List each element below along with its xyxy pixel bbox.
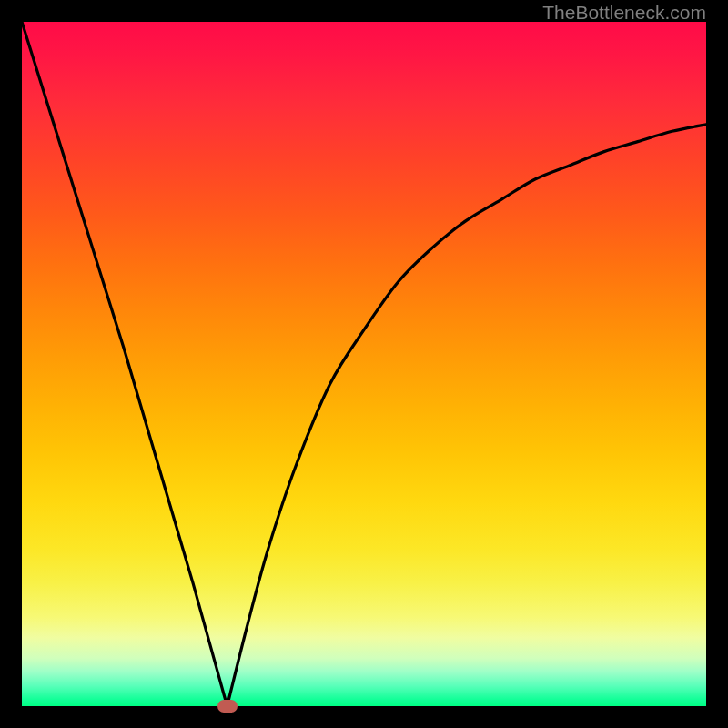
minimum-marker: [217, 700, 238, 713]
bottleneck-curve: [22, 22, 706, 706]
plot-area: [22, 22, 706, 706]
chart-container: TheBottleneck.com: [0, 0, 728, 728]
watermark-text: TheBottleneck.com: [542, 2, 706, 24]
curve-svg: [22, 22, 706, 706]
